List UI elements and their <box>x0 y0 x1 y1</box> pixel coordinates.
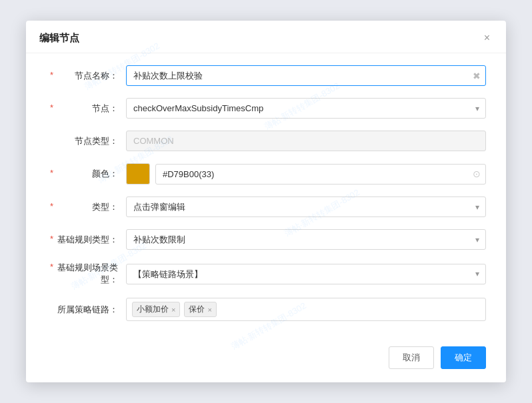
node-select-wrap: checkOverMaxSubsidyTimesCmp ▾ <box>126 98 486 119</box>
color-row: 颜色： ⊙ <box>46 163 486 185</box>
color-swatch[interactable] <box>126 163 150 185</box>
type-label: 类型： <box>46 201 126 213</box>
base-rule-type-control: 补贴次数限制 ▾ <box>126 229 486 250</box>
node-name-input-wrap: ✖ <box>126 65 486 86</box>
tag-baojia: 保价 × <box>184 302 216 317</box>
base-rule-type-select-wrap: 补贴次数限制 ▾ <box>126 229 486 250</box>
color-input-wrap: ⊙ <box>155 164 486 185</box>
base-rule-type-label: 基础规则类型： <box>46 234 126 246</box>
base-rule-type-row: 基础规则类型： 补贴次数限制 ▾ <box>46 229 486 250</box>
node-name-control: ✖ <box>126 65 486 86</box>
close-button[interactable]: × <box>481 31 493 45</box>
node-type-input <box>126 131 486 151</box>
color-row-inner: ⊙ <box>126 163 486 185</box>
strategy-chain-row: 所属策略链路： 小额加价 × 保价 × <box>46 298 486 321</box>
node-type-control <box>126 131 486 151</box>
strategy-chain-label: 所属策略链路： <box>46 304 126 316</box>
dialog-title: 编辑节点 <box>39 32 79 45</box>
dialog-footer: 取消 确定 <box>26 340 506 369</box>
type-row: 类型： 点击弹窗编辑 ▾ <box>46 197 486 217</box>
base-rule-scene-select[interactable]: 【策略链路场景】 <box>126 264 486 284</box>
node-type-label: 节点类型： <box>46 135 126 147</box>
base-rule-scene-select-wrap: 【策略链路场景】 ▾ <box>126 264 486 284</box>
base-rule-scene-row: 基础规则场景类型： 【策略链路场景】 ▾ <box>46 262 486 286</box>
node-name-input[interactable] <box>126 65 486 86</box>
tag-baojia-label: 保价 <box>189 304 205 315</box>
node-row: 节点： checkOverMaxSubsidyTimesCmp ▾ <box>46 98 486 119</box>
tag-baojia-close[interactable]: × <box>207 306 211 314</box>
node-name-row: 节点名称： ✖ <box>46 65 486 86</box>
cancel-button[interactable]: 取消 <box>389 346 434 369</box>
tag-xiaoe-label: 小额加价 <box>137 304 169 315</box>
color-input[interactable] <box>155 164 486 185</box>
dialog-header: 编辑节点 × <box>26 21 506 53</box>
color-control: ⊙ <box>126 163 486 185</box>
strategy-chain-control: 小额加价 × 保价 × <box>126 298 486 321</box>
base-rule-scene-label: 基础规则场景类型： <box>46 262 126 286</box>
type-select[interactable]: 点击弹窗编辑 <box>126 197 486 217</box>
confirm-button[interactable]: 确定 <box>441 346 486 369</box>
node-select[interactable]: checkOverMaxSubsidyTimesCmp <box>126 98 486 119</box>
type-select-wrap: 点击弹窗编辑 ▾ <box>126 197 486 217</box>
node-control: checkOverMaxSubsidyTimesCmp ▾ <box>126 98 486 119</box>
clear-icon[interactable]: ✖ <box>473 71 481 81</box>
tag-xiaoe: 小额加价 × <box>132 302 180 317</box>
node-label: 节点： <box>46 103 126 115</box>
base-rule-type-select[interactable]: 补贴次数限制 <box>126 229 486 250</box>
node-name-label: 节点名称： <box>46 70 126 82</box>
strategy-tags-container[interactable]: 小额加价 × 保价 × <box>126 298 486 321</box>
dialog-body: 节点名称： ✖ 节点： checkOverMaxSubsidyTimesCmp … <box>26 53 506 340</box>
color-label: 颜色： <box>46 168 126 180</box>
node-type-row: 节点类型： <box>46 131 486 151</box>
edit-node-dialog: 薄帖·新转转集团-8302 薄帖·新转转集团-8302 薄帖·新转转集团-830… <box>26 21 506 382</box>
tag-xiaoe-close[interactable]: × <box>171 306 175 314</box>
base-rule-scene-control: 【策略链路场景】 ▾ <box>126 264 486 284</box>
eyedropper-icon[interactable]: ⊙ <box>473 169 481 179</box>
type-control: 点击弹窗编辑 ▾ <box>126 197 486 217</box>
